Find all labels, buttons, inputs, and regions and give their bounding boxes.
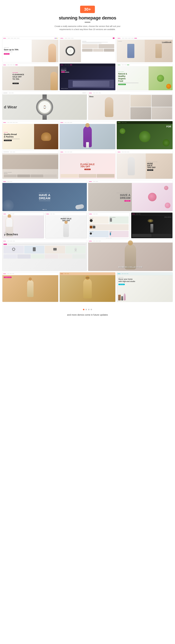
demo-panel-5-2[interactable]: kallos FLASH FLASH SALE70% OFF SHOP NOW	[60, 150, 116, 179]
kitchen-edning: Kitchen Edning	[90, 225, 128, 226]
demo-panel-1-2[interactable]: kallos ⌚ SHOP BAGS	[60, 37, 116, 62]
demo-panel-7-1[interactable]: kallos SANDY	[2, 212, 44, 238]
lighting-tag: lighting collections	[61, 88, 68, 89]
demo-panel-7-4[interactable]: kallos lighting collections	[131, 212, 173, 238]
demo-row-6: kallos DENIM COLLECTION HAVE ADREAM	[2, 180, 173, 211]
studio-tag: HOME DECOR	[118, 277, 171, 278]
demo-panel-9-1[interactable]: kallos COMMERCE SALE	[2, 272, 58, 302]
subtitle: Create a really awesome online store, ch…	[51, 25, 124, 31]
womens-title: WOMENS COLLECTION	[88, 266, 172, 268]
header-section: 30+ stunning homepage demos Create a rea…	[0, 0, 175, 34]
best-seller: best seller products	[89, 238, 129, 238]
demo-row-1: kallos SAVE UP TO Save up to 70% L	[2, 37, 173, 62]
huge-collection-tag: SUMMER COLLECTION	[147, 162, 157, 162]
dot-4[interactable]	[91, 309, 92, 310]
save-tag: SAVE UP TO	[4, 47, 30, 48]
demo-panel-8-1[interactable]: kallos SALE	[2, 240, 87, 271]
demo-row-2: kallos SALE OFFER CLEARANCESALE OFFTO 70…	[2, 64, 173, 90]
bread-tag: SINCE 1984	[4, 132, 33, 133]
dream-title: HAVE ADREAM	[39, 194, 50, 200]
living-room: living room	[90, 218, 108, 219]
demo-panel-4-2[interactable]: kallos	[60, 121, 116, 149]
clearance-title: CLEARANCESALE OFFTO 70%	[13, 74, 24, 80]
save-cta[interactable]: SHOP NOW	[4, 53, 10, 54]
bottles-label: bottles	[110, 231, 128, 232]
demo-panel-1-1[interactable]: kallos SAVE UP TO Save up to 70% L	[2, 37, 58, 62]
light-btn[interactable]: Explore	[61, 71, 65, 72]
demo-panel-9-2[interactable]: kallos	[60, 272, 116, 302]
beauty-title: Beau	[89, 96, 93, 98]
demo-row-5: INTERIOR CLEARANCE audio decor kallos	[2, 150, 173, 179]
demo-row-8: kallos SALE	[2, 240, 173, 271]
demo-panel-2-3[interactable]: kallos Organic & Natural Natural &Health…	[117, 64, 173, 90]
demo-panel-7-2[interactable]: kallos NEW COLLECTION HUGE SALE70% OFF	[45, 212, 87, 238]
beaches-title-text: y Beaches	[4, 233, 18, 236]
commerce-badge: COMMERCE SALE	[4, 276, 12, 278]
demo-panel-4-1[interactable]: kallos SINCE 1984 Quality Bread& Pastrie…	[2, 121, 58, 149]
footer-text: and more demos come in future updates	[3, 314, 172, 316]
demo-panel-9-3[interactable]: kallos HOME DECOR Decor your homewith hi…	[117, 272, 173, 302]
lighting-label: lighting collections	[164, 216, 171, 218]
lighting-col: lighting collections	[110, 217, 128, 218]
demo-panel-1-3[interactable]: kallos LOOKBOOK Lookbook	[117, 37, 173, 62]
organic-title: Natural &HealthyOrganicFood	[118, 73, 147, 82]
flash-cta[interactable]: SHOP NOW	[84, 169, 91, 170]
audio-decor: audio decor	[4, 173, 57, 174]
r7p2-tag: NEW COLLECTION	[63, 216, 69, 218]
clearance-cta[interactable]: SHOP NOW	[13, 83, 19, 84]
interior-tag: SALE OFFER	[61, 68, 114, 69]
save-sub: Lorem ipsum dolor sit amet	[4, 51, 30, 52]
studio-cta[interactable]: SHOP NOW	[118, 284, 125, 285]
pagination-section: and more demos come in future updates	[0, 306, 175, 319]
demo-panel-6-1[interactable]: kallos DENIM COLLECTION HAVE ADREAM	[2, 180, 87, 211]
demo-panel-8-2[interactable]: kallos WOMENS COLLECTION	[88, 240, 173, 271]
bread-sub: kallos is continuing to reimagine real &…	[4, 138, 33, 139]
logo-kallos-3: kallos	[118, 38, 120, 39]
lookbook-tag: LOOKBOOK	[118, 41, 122, 42]
demo-row-9: kallos COMMERCE SALE	[2, 272, 173, 302]
badge-count: 30+	[80, 6, 95, 13]
sale-badge-elec: SALE	[4, 244, 7, 245]
demo-row-4: kallos SINCE 1984 Quality Bread& Pastrie…	[2, 121, 173, 149]
clearance-sub-label: INTERIOR CLEARANCE	[4, 172, 57, 173]
bread-cta[interactable]: EXPLORE MORE	[4, 140, 12, 141]
demos-container: kallos SAVE UP TO Save up to 70% L	[0, 34, 175, 306]
save-headline: Save up to 70%	[4, 48, 30, 51]
pagination-dots	[3, 309, 172, 310]
dream-tag: DENIM COLLECTION	[39, 192, 50, 193]
clearance-tag: SALE OFFER	[13, 72, 24, 73]
have-dream-cta[interactable]: DISCOVER	[124, 200, 130, 202]
interior-title: Interiorcollections	[61, 69, 114, 73]
flash-sale-title: FLASH SALE70% OFF	[80, 163, 95, 168]
forest-tag: FOR	[166, 126, 171, 128]
logo-kallos-2: kallos	[61, 38, 63, 39]
have-dream-title: HAVE ADREAM	[120, 194, 130, 199]
divider	[85, 22, 90, 22]
demo-panel-3-2[interactable]: kallos Beau	[88, 92, 173, 120]
lookbook-title: Lookbook	[162, 41, 171, 44]
organic-tag: Organic & Natural	[118, 71, 147, 72]
dot-1[interactable]	[83, 309, 84, 310]
wear-text: d Wear	[4, 105, 17, 109]
organic-cta[interactable]: EXPLORE NOW	[118, 84, 126, 85]
demo-panel-6-2[interactable]: kallos HAVE THE DECORATIVE HAVE ADREAM D…	[88, 180, 173, 211]
audio-decor-label: audio decor	[90, 231, 108, 232]
demo-panel-2-2[interactable]: kallos SALE OFFER Interiorcollections	[60, 64, 116, 90]
have-tag: HAVE THE DECORATIVE	[117, 192, 130, 193]
dot-2[interactable]	[86, 309, 87, 310]
demo-row-7: kallos SANDY	[2, 212, 173, 238]
demo-panel-5-1[interactable]: INTERIOR CLEARANCE audio decor	[2, 150, 58, 179]
demo-panel-4-3[interactable]: kallos FOR	[117, 121, 173, 149]
demo-panel-5-3[interactable]: kallos SUMMER COLLECTION HUGE	[117, 150, 173, 179]
panel2-tag: SHOP BAGS	[82, 41, 114, 42]
bread-title: Quality Bread& Pastries	[4, 133, 33, 138]
huge-sale-title: HUGESALE70% OFF	[147, 162, 156, 168]
demo-row-3: ⌚ d Wear	[2, 92, 173, 120]
demo-panel-3-1[interactable]: ⌚ d Wear	[2, 92, 87, 120]
dot-3[interactable]	[88, 309, 89, 310]
studio-title: Decor your homewith high-end studio	[118, 278, 171, 282]
huge-sale-cta[interactable]: SHOP NOW	[147, 169, 153, 171]
logo-kallos-1: kallos	[3, 38, 6, 39]
demo-panel-2-1[interactable]: kallos SALE OFFER CLEARANCESALE OFFTO 70…	[2, 64, 58, 90]
demo-panel-7-3[interactable]: kallos living room lighting	[88, 212, 130, 238]
